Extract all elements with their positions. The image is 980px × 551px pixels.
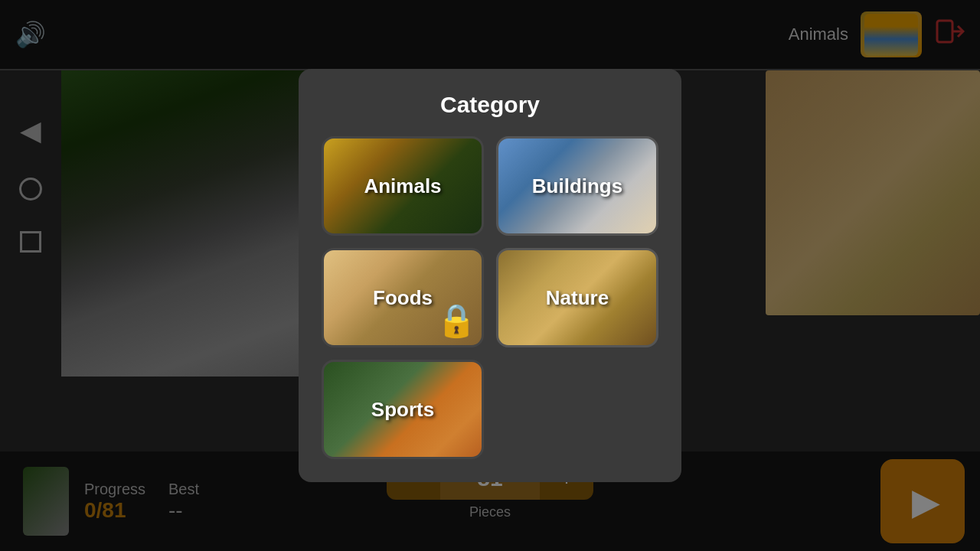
category-modal: Category Animals Buildings Foods 🔒 Natur… [299,69,681,482]
category-foods-label: Foods [373,286,433,310]
modal-overlay: Category Animals Buildings Foods 🔒 Natur… [0,0,980,551]
category-sports-label: Sports [371,398,434,422]
category-buildings-label: Buildings [532,174,622,198]
category-sports-button[interactable]: Sports [322,360,484,459]
lock-icon: 🔒 [436,302,476,339]
category-buildings-button[interactable]: Buildings [496,136,658,236]
lock-overlay: 🔒 [437,297,475,339]
category-grid: Animals Buildings Foods 🔒 Nature Sports [322,136,658,459]
category-nature-label: Nature [546,286,609,310]
category-foods-button[interactable]: Foods 🔒 [322,248,484,347]
category-animals-button[interactable]: Animals [322,136,484,236]
modal-title: Category [322,92,658,118]
category-animals-label: Animals [364,174,441,198]
category-nature-button[interactable]: Nature [496,248,658,347]
